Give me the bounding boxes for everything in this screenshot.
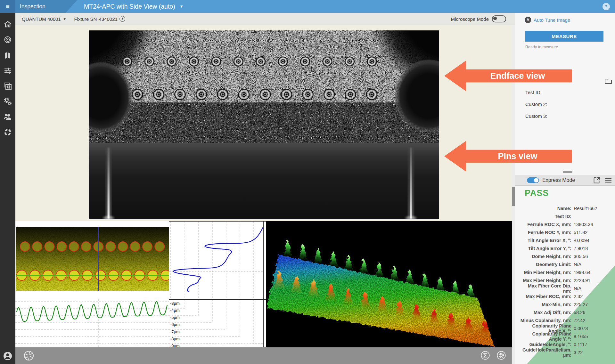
depth-label: -8µm [170, 336, 185, 342]
info-icon[interactable]: i [119, 16, 125, 22]
sidebar-item-services[interactable] [0, 95, 15, 108]
result-row: Coplanarity Plane Angle Y, °:8.1655 [518, 332, 612, 340]
device-name: QUANTUM 40001 [22, 16, 61, 22]
field-custom-3: Custom 3: [525, 113, 547, 119]
auto-tune-icon: A [525, 17, 531, 23]
page-title: MT24-APC with Side View (auto) [84, 3, 175, 10]
result-row: Geometry Limit:N/A [518, 260, 612, 268]
measurement-panel: A Auto Tune Image MEASURE Ready to measu… [515, 13, 615, 364]
result-label: Tilt Angle Error Y, °: [518, 246, 571, 251]
result-label: Max-Min, nm: [518, 302, 571, 307]
result-label: Geometry Limit: [518, 262, 571, 267]
nav-inspection[interactable]: Inspection [20, 0, 45, 13]
sidebar-item-settings-tune[interactable] [0, 64, 15, 77]
auto-tune-button[interactable]: A Auto Tune Image [525, 17, 570, 23]
pin-profile-curve [17, 302, 167, 321]
sidebar-item-image-profiles[interactable] [0, 80, 15, 93]
fixture-label: Fixture SN [74, 16, 97, 22]
measure-button[interactable]: MEASURE [525, 31, 603, 42]
result-row: Max Fiber ROC, mm:2.32 [518, 292, 612, 300]
result-row: Tilt Angle Error X, °:-0.0094 [518, 236, 612, 244]
help-button[interactable]: ? [603, 3, 610, 10]
results-list: Name:Result1662Test ID:Ferrule ROC X, mm… [518, 204, 612, 356]
result-value: N/A [574, 262, 612, 267]
result-label: Max Adj Diff, nm: [518, 310, 571, 315]
sidebar-item-targets[interactable] [0, 33, 15, 46]
result-value: 58.26 [574, 310, 612, 315]
top-bar: ≡ Inspection MT24-APC with Side View (au… [0, 0, 615, 13]
scrollbar-thumb[interactable] [512, 187, 515, 206]
result-value: 511.82 [574, 230, 612, 235]
depth-label: -3µm [170, 301, 185, 306]
summary-button[interactable] [480, 351, 491, 361]
result-label: Dome Height, nm: [518, 254, 571, 259]
express-mode-toggle[interactable] [527, 177, 539, 183]
book-icon [4, 52, 12, 59]
user-avatar-icon [3, 352, 12, 360]
side-view-image [16, 227, 169, 291]
main-menu-button[interactable]: ≡ [0, 0, 15, 13]
popout-button[interactable] [593, 177, 600, 184]
result-label: Max Fiber ROC, mm: [518, 294, 571, 299]
open-folder-button[interactable] [604, 78, 612, 84]
result-label: Minus Coplanarity, nm: [518, 318, 571, 323]
result-label: Max Fiber Height, nm: [518, 278, 571, 283]
result-row: Ferrule ROC Y, mm:511.82 [518, 228, 612, 236]
result-value: N/A [574, 286, 612, 291]
result-value: 0.0073 [574, 326, 612, 331]
document-title-dropdown[interactable]: MT24-APC with Side View (auto) ▼ [84, 0, 184, 13]
help-icon: ? [605, 4, 608, 9]
result-row: Max Fiber Core Dip, nm:N/A [518, 284, 612, 292]
result-row: Min Fiber Height, nm:1998.64 [518, 268, 612, 276]
sidebar-item-home[interactable] [0, 18, 15, 31]
sidebar-item-support[interactable] [0, 126, 15, 139]
result-status-badge: PASS [525, 188, 549, 198]
fixture-sn: Fixture SN 4340021 i [74, 16, 125, 22]
result-label: Ferrule ROC X, mm: [518, 222, 571, 227]
users-icon [4, 113, 12, 120]
depth-label: -5µm [170, 315, 185, 320]
left-sidebar [0, 13, 15, 364]
result-label: Name: [518, 206, 571, 211]
microscope-mode-toggle[interactable] [492, 15, 506, 22]
sidebar-item-library[interactable] [0, 49, 15, 62]
depth-label: -7µm [170, 329, 185, 335]
field-test-id: Test ID: [525, 90, 542, 95]
home-icon [4, 20, 12, 28]
result-value: 72.42 [574, 318, 612, 323]
result-row: Dome Height, nm:305.56 [518, 252, 612, 260]
sliders-icon [4, 67, 12, 74]
result-value: 305.56 [574, 254, 612, 259]
snapshot-button[interactable] [24, 351, 34, 361]
panel-menu-button[interactable] [605, 177, 612, 183]
microscope-mode: Microscope Mode [451, 15, 506, 22]
surface-3d-view[interactable] [266, 221, 512, 347]
bullseye-icon [4, 36, 12, 44]
sidebar-item-account[interactable] [0, 350, 15, 362]
result-value: 1998.64 [574, 270, 612, 275]
settings-button[interactable] [496, 351, 507, 361]
result-value: 8.1655 [574, 334, 612, 339]
result-label: Test ID: [518, 214, 571, 219]
sigma-icon [480, 351, 490, 360]
result-label: Max Fiber Core Dip, nm: [518, 283, 571, 294]
depth-label: -4µm [170, 308, 185, 313]
endface-camera-image [89, 30, 439, 219]
chevron-down-icon: ▼ [63, 17, 67, 21]
device-selector[interactable]: QUANTUM 40001 ▼ [22, 16, 67, 22]
panel-drag-handle[interactable] [563, 171, 572, 173]
auto-tune-label: Auto Tune Image [534, 17, 570, 23]
result-value: 3.22 [574, 350, 612, 355]
express-mode-label: Express Mode [542, 177, 575, 183]
chevron-down-icon: ▼ [180, 4, 184, 9]
result-label: Tilt Angle Error X, °: [518, 238, 571, 243]
result-row: Max-Min, nm:225.27 [518, 300, 612, 308]
result-row: Name:Result1662 [518, 204, 612, 212]
hamburger-icon: ≡ [6, 3, 10, 10]
app-window: ≡ Inspection MT24-APC with Side View (au… [0, 0, 615, 364]
express-mode-bar: Express Mode [515, 175, 615, 186]
sidebar-item-users[interactable] [0, 110, 15, 123]
result-value: Result1662 [574, 206, 612, 211]
lifesaver-icon [4, 128, 12, 136]
result-value: 225.27 [574, 302, 612, 307]
